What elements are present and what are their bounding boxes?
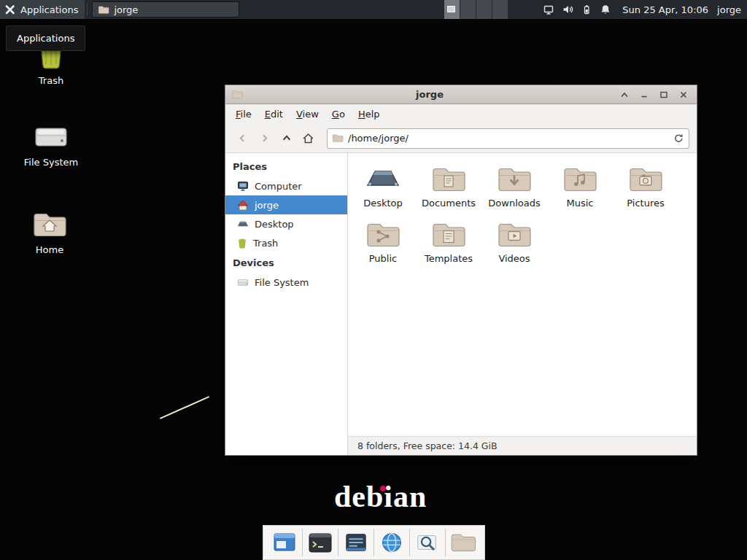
home-folder-icon (32, 210, 67, 239)
file-item-label: Pictures (627, 198, 664, 209)
main-column: Desktop Documents (348, 153, 697, 455)
wallpaper-line-decor (160, 396, 209, 419)
launcher-app-finder[interactable] (412, 527, 443, 558)
menubar: File Edit View Go Help (225, 104, 697, 124)
launcher-console[interactable] (341, 527, 371, 558)
forward-button[interactable] (255, 128, 274, 148)
menu-go[interactable]: Go (325, 105, 352, 123)
window-titlebar[interactable]: jorge (225, 85, 697, 104)
pathbar-folder-icon (332, 133, 344, 143)
home-icon (302, 133, 314, 144)
launcher-terminal[interactable] (305, 527, 336, 558)
display-status-button[interactable] (539, 0, 558, 19)
magnifier-icon (416, 531, 439, 554)
close-button[interactable] (676, 88, 691, 101)
back-button[interactable] (233, 128, 252, 148)
sidebar-item-label: Desktop (255, 219, 294, 230)
sidebar-item-trash[interactable]: Trash (225, 233, 347, 252)
desktop-icon-filesystem[interactable]: File System (16, 122, 86, 168)
applications-menu-button[interactable]: Applications (0, 0, 85, 19)
panel-username: jorge (717, 4, 741, 15)
file-item-videos[interactable]: Videos (481, 217, 547, 264)
file-item-label: Documents (422, 198, 476, 209)
applications-menu-label: Applications (20, 4, 78, 15)
sidebar-item-filesystem[interactable]: File System (225, 273, 347, 292)
file-item-label: Music (567, 198, 594, 209)
user-home-icon (237, 200, 249, 211)
menu-edit[interactable]: Edit (258, 105, 290, 123)
maximize-button[interactable] (656, 88, 671, 101)
power-manager-button[interactable] (577, 0, 596, 19)
music-folder-icon (562, 162, 597, 194)
desktop-icon-label: Home (36, 244, 63, 255)
workspace-1[interactable] (444, 0, 460, 19)
windows-icon (272, 532, 297, 553)
minimize-button[interactable] (636, 88, 651, 101)
home-button[interactable] (298, 128, 318, 148)
file-view: Desktop Documents (348, 153, 697, 436)
up-button[interactable] (276, 128, 296, 148)
notifications-button[interactable] (596, 0, 615, 19)
menu-file[interactable]: File (229, 105, 258, 123)
file-item-downloads[interactable]: Downloads (481, 162, 547, 209)
display-icon (543, 4, 554, 15)
desktop-icon (237, 219, 249, 229)
volume-button[interactable] (558, 0, 577, 19)
refresh-button[interactable] (673, 133, 684, 144)
file-item-label: Downloads (488, 198, 540, 209)
globe-icon (380, 531, 403, 554)
file-item-music[interactable]: Music (547, 162, 613, 209)
desktop-icon-home[interactable]: Home (15, 210, 85, 255)
sidebar-header-places: Places (225, 156, 347, 176)
drive-icon (237, 278, 249, 287)
sidebar-item-desktop[interactable]: Desktop (225, 214, 347, 233)
launcher-web-browser[interactable] (376, 527, 407, 558)
computer-icon (237, 180, 249, 192)
launcher-desktop-windows[interactable] (269, 527, 300, 558)
window-title: jorge (247, 89, 612, 100)
debian-logo: debian (334, 481, 427, 512)
workspace-2[interactable] (460, 0, 476, 19)
file-manager-window: jorge File Edit View Go Help (225, 85, 697, 456)
volume-icon (562, 4, 573, 15)
clock[interactable]: Sun 25 Apr, 10:06 (622, 4, 708, 15)
workspace-3[interactable] (476, 0, 492, 19)
window-folder-icon (231, 90, 243, 99)
file-item-public[interactable]: Public (350, 217, 416, 264)
desktop-icon-label: Trash (39, 75, 63, 86)
refresh-icon (673, 133, 684, 144)
menu-help[interactable]: Help (352, 105, 387, 123)
taskbar-window-button[interactable]: jorge (92, 1, 239, 18)
forward-icon (260, 133, 269, 143)
sidebar-item-computer[interactable]: Computer (225, 176, 347, 195)
sidebar-header-devices: Devices (225, 252, 347, 273)
debian-red-dot (380, 486, 386, 491)
file-item-label: Public (369, 253, 397, 264)
workspace-4[interactable] (492, 0, 508, 19)
sidebar-item-jorge[interactable]: jorge (225, 195, 347, 214)
statusbar-text: 8 folders, Free space: 14.4 GiB (357, 440, 498, 451)
downloads-folder-icon (497, 162, 532, 194)
path-input[interactable] (348, 133, 669, 144)
close-icon (679, 91, 688, 98)
menu-view[interactable]: View (290, 105, 325, 123)
trash-icon (237, 238, 247, 249)
file-item-documents[interactable]: Documents (416, 162, 481, 209)
shade-button[interactable] (616, 88, 632, 101)
file-item-templates[interactable]: Templates (416, 217, 481, 264)
panel-separator (87, 3, 88, 16)
top-panel: Applications jorge (0, 0, 747, 19)
bell-icon (600, 4, 611, 15)
drive-icon (34, 122, 69, 152)
launcher-file-manager[interactable] (448, 527, 479, 558)
desktop[interactable]: Applications jorge (0, 0, 747, 560)
battery-icon (581, 4, 592, 15)
window-body: Places Computer jorge (225, 153, 697, 455)
file-item-pictures[interactable]: Pictures (613, 162, 678, 209)
applications-tooltip: Applications (6, 26, 85, 51)
pathbar[interactable] (327, 128, 689, 149)
taskbar-window-label: jorge (114, 4, 138, 15)
file-item-desktop[interactable]: Desktop (350, 162, 416, 209)
sidebar-item-label: Trash (253, 238, 278, 249)
maximize-icon (659, 91, 668, 98)
